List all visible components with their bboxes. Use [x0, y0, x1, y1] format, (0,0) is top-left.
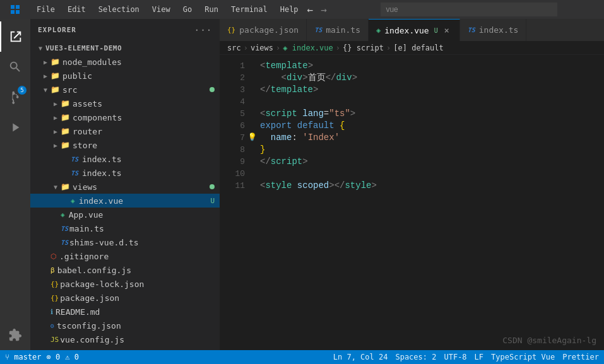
- folder-icon: 📁: [61, 127, 70, 136]
- menu-item-help[interactable]: Help: [274, 0, 305, 19]
- tab-index-ts[interactable]: TS index.ts: [460, 19, 527, 41]
- indent: [260, 132, 271, 144]
- sidebar-item-shims-vue[interactable]: TS shims-vue.d.ts: [30, 235, 220, 249]
- sidebar-item-main-ts[interactable]: TS main.ts: [30, 221, 220, 235]
- sidebar-item-assets[interactable]: ▶ 📁 assets: [30, 97, 220, 110]
- bracket: >: [352, 72, 357, 84]
- sidebar-item-views[interactable]: ▼ 📁 views: [30, 180, 220, 194]
- forward-arrow[interactable]: →: [318, 4, 329, 16]
- sidebar-item-index-vue[interactable]: ◈ index.vue U: [30, 194, 220, 208]
- menu-item-go[interactable]: Go: [177, 0, 198, 19]
- tab-json-icon: {}: [227, 26, 235, 34]
- file-tree: ▼ VUE3-ELEMENT-DEMO ▶ 📁 node_modules ▶ 📁…: [30, 41, 220, 350]
- ts-icon: TS: [61, 239, 68, 246]
- sidebar-more-icon[interactable]: ···: [194, 24, 212, 36]
- code-editor[interactable]: 1 2 3 4 5 6 7 8 9 10 11 <template> <d: [220, 55, 604, 350]
- components-label: components: [73, 113, 122, 122]
- status-position[interactable]: Ln 7, Col 24: [333, 353, 388, 361]
- code-line-9: </script>: [260, 156, 604, 168]
- sidebar-item-package-json[interactable]: {} package.json: [30, 291, 220, 305]
- js-icon: JS: [50, 336, 59, 344]
- tsconfig-icon: ⚙: [50, 322, 54, 329]
- sidebar-item-components[interactable]: ▶ 📁 components: [30, 110, 220, 124]
- md-icon: ℹ: [50, 308, 53, 316]
- bracket: <: [281, 72, 287, 84]
- sidebar-item-store[interactable]: ▶ 📁 store: [30, 138, 220, 152]
- code-line-4: [260, 96, 604, 108]
- sidebar-item-public[interactable]: ▶ 📁 public: [30, 69, 220, 83]
- assets-label: assets: [73, 99, 102, 109]
- punct: :: [292, 132, 302, 144]
- status-eol[interactable]: LF: [475, 353, 483, 361]
- status-formatter[interactable]: Prettier: [562, 353, 599, 361]
- menu-item-view[interactable]: View: [146, 0, 177, 19]
- run-icon[interactable]: [0, 112, 30, 143]
- status-warnings[interactable]: ⚠ 0: [65, 353, 79, 361]
- tag: style: [345, 180, 371, 192]
- code-content[interactable]: <template> <div>首页</div> </template> <sc…: [250, 55, 604, 350]
- package-json-label: package.json: [60, 293, 119, 303]
- sidebar-item-gitignore[interactable]: ⬡ .gitignore: [30, 249, 220, 263]
- bracket: >: [302, 156, 307, 168]
- sidebar-item-babel[interactable]: β babel.config.js: [30, 263, 220, 277]
- status-errors[interactable]: ⊗ 0: [47, 353, 61, 361]
- sidebar-item-vue-config[interactable]: JS vue.config.js: [30, 332, 220, 346]
- bracket: <: [260, 108, 265, 120]
- tree-root[interactable]: ▼ VUE3-ELEMENT-DEMO: [30, 41, 220, 55]
- store-chevron: ▶: [50, 142, 61, 149]
- tab-index-vue[interactable]: ◈ index.vue U ×: [369, 19, 460, 41]
- tab-close-button[interactable]: ×: [442, 25, 452, 35]
- search-input[interactable]: [381, 3, 557, 16]
- sidebar-item-router[interactable]: ▶ 📁 router: [30, 124, 220, 138]
- tab-unsaved-badge: U: [434, 27, 438, 34]
- tag: div: [336, 72, 352, 84]
- indent: [260, 72, 281, 84]
- sidebar-item-store-index[interactable]: TS index.ts: [30, 166, 220, 180]
- sidebar-item-package-lock[interactable]: {} package-lock.json: [30, 277, 220, 291]
- search-activity-icon[interactable]: [0, 52, 30, 82]
- code-line-3: </template>: [260, 84, 604, 96]
- tab-package-json[interactable]: {} package.json: [220, 19, 307, 41]
- sidebar-item-router-index[interactable]: TS index.ts: [30, 152, 220, 166]
- sidebar-actions: ···: [194, 24, 212, 36]
- folder-icon: 📁: [61, 113, 70, 122]
- lightbulb-icon[interactable]: 💡: [250, 132, 257, 144]
- status-spaces[interactable]: Spaces: 2: [395, 353, 436, 361]
- bracket: </: [260, 156, 271, 168]
- status-left: ⑂ master ⊗ 0 ⚠ 0: [5, 353, 79, 361]
- text: 首页: [308, 72, 326, 84]
- index-vue-label: index.vue: [79, 196, 123, 206]
- menu-item-terminal[interactable]: Terminal: [225, 0, 274, 19]
- components-chevron: ▶: [50, 114, 61, 121]
- status-branch[interactable]: ⑂ master: [5, 353, 42, 361]
- ts-icon: TS: [71, 156, 78, 163]
- router-index-label: index.ts: [82, 155, 122, 164]
- vue-icon: ◈: [61, 211, 65, 219]
- extensions-icon[interactable]: [0, 320, 30, 350]
- menu-item-run[interactable]: Run: [198, 0, 225, 19]
- tab-main-ts[interactable]: TS main.ts: [307, 19, 369, 41]
- sidebar-item-src[interactable]: ▼ 📁 src: [30, 83, 220, 97]
- status-encoding[interactable]: UTF-8: [444, 353, 466, 361]
- menu-item-edit[interactable]: Edit: [61, 0, 92, 19]
- breadcrumb-src: src: [227, 44, 241, 52]
- sidebar-item-app-vue[interactable]: ◈ App.vue: [30, 208, 220, 221]
- menu-item-selection[interactable]: Selection: [92, 0, 146, 19]
- attr: scoped: [297, 180, 329, 192]
- tab-bar: {} package.json TS main.ts ◈ index.vue U…: [220, 19, 604, 41]
- sidebar-item-tsconfig[interactable]: ⚙ tsconfig.json: [30, 319, 220, 332]
- bracket: >: [350, 108, 355, 120]
- main-ts-label: main.ts: [69, 224, 104, 233]
- status-language[interactable]: TypeScript Vue: [491, 353, 555, 361]
- space: [292, 180, 297, 192]
- explorer-icon[interactable]: [0, 21, 30, 52]
- sidebar-item-readme[interactable]: ℹ README.md: [30, 305, 220, 319]
- bracket: ></: [329, 180, 345, 192]
- back-arrow[interactable]: ←: [305, 4, 316, 16]
- space: [297, 108, 302, 120]
- sidebar-item-node-modules[interactable]: ▶ 📁 node_modules: [30, 55, 220, 69]
- tag: script: [271, 156, 302, 168]
- menu-item-file[interactable]: File: [30, 0, 61, 19]
- svg-rect-2: [11, 10, 15, 14]
- source-control-icon[interactable]: 5: [0, 82, 30, 112]
